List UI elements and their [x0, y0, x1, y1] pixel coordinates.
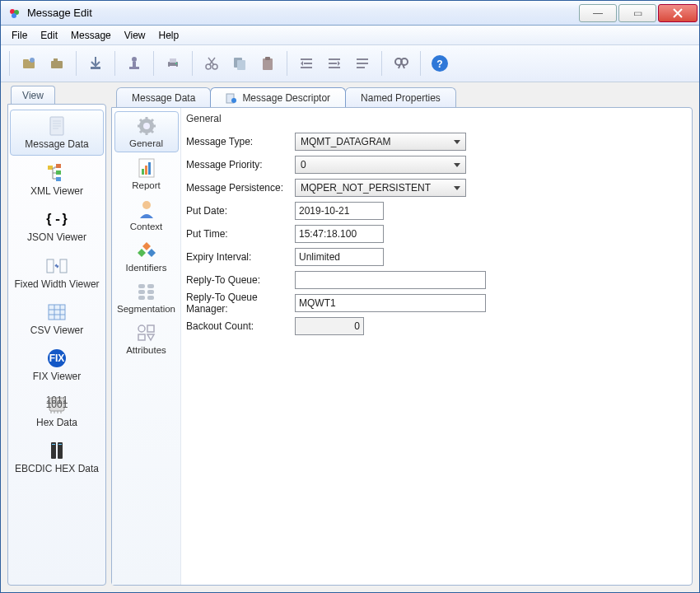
svg-point-51 [142, 201, 151, 209]
svg-point-2 [12, 13, 16, 18]
tab-message-descriptor[interactable]: Message Descriptor [210, 87, 346, 107]
svg-rect-10 [133, 62, 136, 67]
svg-rect-19 [237, 60, 245, 70]
view-item-ebcdic-hex[interactable]: EBCDIC HEX Data [10, 435, 104, 479]
maximize-button[interactable]: ▭ [618, 4, 656, 22]
view-item-label: EBCDIC HEX Data [15, 464, 99, 474]
cut-icon[interactable] [199, 51, 224, 76]
cat-segmentation[interactable]: Segmentation [114, 278, 179, 317]
view-item-message-data[interactable]: Message Data [10, 110, 104, 156]
json-braces-icon: { ··· } [44, 208, 70, 230]
fix-badge-icon: FIX [44, 348, 70, 369]
help-icon[interactable]: ? [427, 51, 452, 76]
indent-left-icon[interactable] [294, 51, 319, 76]
svg-rect-20 [263, 58, 273, 70]
body: View Message Data XML Viewer { ··· } JSO… [1, 82, 699, 592]
message-type-combo[interactable]: MQMT_DATAGRAM [295, 133, 466, 151]
put-date-field[interactable]: 2019-10-21 [295, 202, 384, 220]
view-item-csv-viewer[interactable]: CSV Viewer [10, 296, 104, 341]
save-icon[interactable] [44, 51, 69, 76]
label-reply-to-queue: Reply-To Queue: [186, 274, 295, 286]
titlebar: Message Edit — ▭ [1, 1, 699, 26]
menu-file[interactable]: File [6, 27, 33, 44]
find-icon[interactable] [389, 51, 413, 76]
svg-rect-28 [56, 164, 61, 168]
put-time-field[interactable]: 15:47:18.100 [295, 225, 384, 243]
left-tab-view[interactable]: View [11, 86, 55, 104]
diamonds-icon [134, 240, 159, 261]
form-area: General Message Type: MQMT_DATAGRAM Mess… [181, 108, 692, 585]
toolbar: ? [1, 45, 699, 82]
server-icon [44, 440, 70, 461]
close-button[interactable] [658, 4, 698, 22]
view-item-hex-data[interactable]: 010110110011 Hex Data [10, 389, 104, 433]
copy-icon[interactable] [227, 51, 252, 76]
put-icon[interactable] [122, 51, 147, 76]
cat-attributes[interactable]: Attributes [114, 319, 179, 358]
menu-help[interactable]: Help [153, 27, 185, 44]
view-item-xml-viewer[interactable]: XML Viewer [10, 157, 104, 202]
print-icon[interactable] [161, 51, 185, 76]
message-persistence-combo[interactable]: MQPER_NOT_PERSISTENT [295, 179, 466, 197]
svg-rect-33 [49, 305, 65, 320]
tree-color-icon [44, 162, 70, 184]
tab-message-data[interactable]: Message Data [116, 87, 211, 107]
paste-icon[interactable] [255, 51, 280, 76]
menu-view[interactable]: View [119, 27, 152, 44]
label-expiry: Expiry Interval: [186, 251, 295, 263]
svg-point-17 [212, 64, 217, 69]
backout-count-field: 0 [295, 317, 364, 335]
download-icon[interactable] [83, 51, 108, 76]
left-panel: View Message Data XML Viewer { ··· } JSO… [7, 86, 106, 586]
svg-rect-42 [58, 444, 62, 445]
svg-text:110011: 110011 [46, 399, 68, 410]
grid-icon [44, 301, 70, 323]
columns-icon [44, 255, 70, 277]
svg-rect-4 [23, 59, 29, 63]
indent-right-icon[interactable] [322, 51, 347, 76]
svg-point-16 [206, 64, 211, 69]
expiry-field[interactable]: Unlimited [295, 248, 384, 266]
svg-rect-8 [91, 67, 100, 69]
label-put-time: Put Time: [186, 228, 295, 240]
group-label: General [186, 113, 684, 124]
view-item-json-viewer[interactable]: { ··· } JSON Viewer [10, 203, 104, 248]
svg-rect-14 [170, 66, 176, 69]
blocks-icon [134, 281, 159, 302]
view-item-label: Message Data [25, 139, 88, 150]
view-item-fixed-width[interactable]: Fixed Width Viewer [10, 250, 104, 295]
open-icon[interactable] [16, 51, 41, 76]
svg-rect-31 [47, 259, 54, 273]
cat-context[interactable]: Context [114, 195, 179, 235]
svg-rect-49 [145, 166, 147, 175]
cat-general[interactable]: General [114, 111, 179, 152]
cat-identifiers[interactable]: Identifiers [114, 236, 179, 276]
message-priority-combo[interactable]: 0 [295, 156, 466, 174]
svg-rect-13 [170, 58, 176, 63]
view-item-label: CSV Viewer [30, 325, 83, 336]
app-window: Message Edit — ▭ File Edit Message View … [0, 0, 700, 593]
label-reply-to-qm: Reply-To Queue Manager: [186, 292, 295, 315]
svg-rect-59 [147, 325, 154, 332]
reply-to-qm-field[interactable]: MQWT1 [295, 294, 486, 312]
view-item-label: Hex Data [36, 418, 77, 428]
descriptor-tab-icon [226, 92, 237, 104]
svg-rect-57 [147, 296, 154, 300]
svg-point-9 [132, 57, 137, 62]
label-put-date: Put Date: [186, 205, 295, 217]
view-item-fix-viewer[interactable]: FIX FIX Viewer [10, 343, 104, 387]
cat-report[interactable]: Report [114, 154, 179, 194]
minimize-button[interactable]: — [579, 4, 617, 22]
gear-icon [134, 115, 159, 137]
svg-point-5 [30, 58, 35, 63]
menu-edit[interactable]: Edit [35, 27, 63, 44]
svg-rect-55 [147, 290, 154, 294]
label-message-type: Message Type: [186, 136, 295, 147]
reply-to-queue-field[interactable] [295, 271, 486, 289]
menu-message[interactable]: Message [65, 27, 117, 44]
svg-rect-53 [147, 284, 154, 288]
tab-named-properties[interactable]: Named Properties [345, 87, 456, 107]
svg-rect-60 [138, 334, 145, 340]
align-icon[interactable] [350, 51, 375, 76]
report-chart-icon [134, 157, 159, 179]
